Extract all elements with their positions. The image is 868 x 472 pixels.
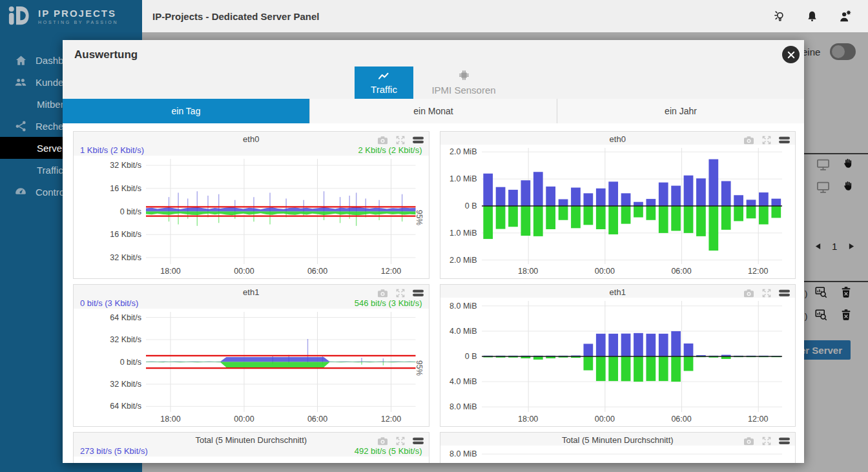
- snapshot-camera-icon[interactable]: [377, 136, 388, 145]
- chart-menu-icon[interactable]: [779, 437, 790, 445]
- fullscreen-expand-icon[interactable]: [395, 436, 406, 446]
- chart-toolbar: [377, 436, 424, 446]
- traffic-analysis-icon[interactable]: [815, 286, 827, 298]
- chart-menu-icon[interactable]: [779, 136, 790, 144]
- subtab-ein-tag[interactable]: ein Tag: [63, 99, 310, 123]
- home-icon: [14, 54, 27, 67]
- snapshot-camera-icon[interactable]: [743, 436, 754, 446]
- chart-title: Total (5 Minuten Durchschnitt): [440, 435, 796, 446]
- chart-menu-icon[interactable]: [413, 136, 424, 144]
- hand-stop-icon[interactable]: [842, 180, 853, 192]
- top-bar: IP PROJECTS HOSTING BY PASSION IP-Projec…: [0, 0, 868, 32]
- chart-body: 64 Kbit/s32 Kbit/s0 bit/s32 Kbit/s64 Kbi…: [74, 309, 429, 426]
- x-tick-label: 12:00: [748, 415, 768, 424]
- y-tick-label: 8.0 MiB: [450, 302, 477, 311]
- snapshot-camera-icon[interactable]: [743, 289, 754, 298]
- chart-menu-icon[interactable]: [413, 437, 424, 445]
- toggle-label: eine: [802, 46, 820, 57]
- traffic-analysis-icon[interactable]: [815, 309, 827, 321]
- app-logo[interactable]: IP PROJECTS HOSTING BY PASSION: [0, 0, 142, 32]
- chart-canvas[interactable]: [146, 460, 416, 463]
- delete-trash-icon[interactable]: [841, 286, 851, 298]
- sidebar-item-label: Server: [37, 143, 65, 154]
- subtab-ein-jahr[interactable]: ein Jahr: [557, 99, 804, 123]
- chart-header: eth10 bit/s (3 Kbit/s)546 bit/s (3 Kbit/…: [74, 285, 429, 309]
- y-tick-label: 32 Kbit/s: [110, 253, 141, 262]
- plot-wrap: 18:0000:0006:0012:00: [482, 299, 783, 426]
- x-axis-labels: 18:0000:0006:0012:00: [482, 267, 783, 277]
- percentile-95-label: 95%: [415, 360, 424, 376]
- snapshot-camera-icon[interactable]: [377, 436, 388, 446]
- subtab-ein-monat[interactable]: ein Monat: [310, 99, 557, 123]
- plot-wrap: 18:0000:0006:0012:00: [482, 146, 783, 278]
- snapshot-camera-icon[interactable]: [743, 136, 754, 145]
- y-tick-label: 1.0 MiB: [450, 229, 477, 238]
- snapshot-camera-icon[interactable]: [377, 289, 388, 298]
- inbound-stat: 273 bit/s (5 Kbit/s): [80, 446, 148, 457]
- chart-canvas[interactable]: [146, 312, 416, 412]
- monitor-icon[interactable]: [816, 159, 830, 171]
- pagination-prev-icon[interactable]: [815, 243, 821, 250]
- chart-panel-1: eth02.0 MiB1.0 MiB0 B1.0 MiB2.0 MiB18:00…: [440, 131, 796, 279]
- chart-canvas[interactable]: [482, 301, 783, 412]
- chart-stats: 273 bit/s (5 Kbit/s)492 bit/s (5 Kbit/s): [74, 446, 429, 457]
- clipped-text-fragment: ): [805, 289, 807, 298]
- chart-toolbar: [743, 135, 790, 145]
- chart-panel-4: Total (5 Minuten Durchschnitt)273 bit/s …: [73, 432, 429, 463]
- chart-menu-icon[interactable]: [413, 289, 424, 297]
- y-tick-label: 0 B: [465, 201, 477, 210]
- x-tick-label: 00:00: [234, 267, 254, 276]
- fullscreen-expand-icon[interactable]: [761, 436, 772, 446]
- fullscreen-expand-icon[interactable]: [395, 288, 406, 298]
- line-chart-icon: [378, 71, 390, 82]
- chart-body: 8.0 MiB4.0 MiB0 B4.0 MiB8.0 MiB18:0000:0…: [440, 298, 796, 426]
- chart-stats: 0 bit/s (3 Kbit/s)546 bit/s (3 Kbit/s): [74, 298, 429, 309]
- monitor-icon[interactable]: [816, 181, 830, 194]
- chart-title: Total (5 Minuten Durchschnitt): [74, 435, 429, 446]
- user-settings-icon[interactable]: [838, 9, 852, 23]
- page-title: IP-Projects - Dedicated Server Panel: [152, 11, 319, 22]
- tab-traffic[interactable]: Traffic: [355, 67, 413, 99]
- fullscreen-expand-icon[interactable]: [395, 135, 406, 145]
- chart-toolbar: [743, 288, 790, 298]
- pagination-next-icon[interactable]: [849, 243, 854, 250]
- modal-tab-bar: Traffic IPMI Sensoren: [355, 67, 514, 99]
- y-tick-label: 0 bit/s: [120, 207, 141, 216]
- clipped-text-fragment: ): [805, 311, 807, 321]
- plot-wrap: [146, 458, 416, 463]
- idea-bulb-icon[interactable]: [772, 10, 786, 23]
- chart-toolbar: [743, 436, 790, 446]
- x-axis-labels: 18:0000:0006:0012:00: [146, 267, 416, 277]
- pagination-page-number: 1: [832, 241, 837, 252]
- x-tick-label: 12:00: [381, 267, 401, 276]
- close-icon: [787, 51, 795, 59]
- x-tick-label: 00:00: [595, 415, 615, 424]
- chart-title: eth0: [440, 134, 796, 145]
- chart-menu-icon[interactable]: [779, 289, 790, 297]
- x-tick-label: 18:00: [518, 267, 538, 276]
- outbound-stat: 2 Kbit/s (2 Kbit/s): [358, 145, 422, 156]
- y-tick-label: 4.0 MiB: [450, 327, 477, 336]
- chart-toolbar: [377, 135, 424, 145]
- x-axis-labels: 18:0000:0006:0012:00: [482, 415, 783, 425]
- outbound-stat: 492 bit/s (5 Kbit/s): [355, 446, 422, 457]
- hand-stop-icon[interactable]: [842, 157, 853, 170]
- chart-canvas[interactable]: [482, 449, 783, 463]
- modal-close-button[interactable]: [782, 46, 800, 63]
- x-tick-label: 18:00: [518, 415, 538, 424]
- chart-title: eth1: [74, 287, 429, 298]
- chip-icon: [459, 70, 470, 83]
- fullscreen-expand-icon[interactable]: [761, 135, 772, 145]
- outbound-stat: 546 bit/s (3 Kbit/s): [355, 298, 422, 309]
- tab-ipmi-sensoren[interactable]: IPMI Sensoren: [413, 67, 514, 99]
- delete-trash-icon[interactable]: [841, 309, 851, 320]
- fullscreen-expand-icon[interactable]: [761, 288, 772, 298]
- y-axis-labels: [74, 457, 146, 463]
- x-tick-label: 12:00: [748, 267, 768, 276]
- chart-canvas[interactable]: [146, 159, 416, 264]
- notifications-bell-icon[interactable]: [805, 10, 819, 23]
- chart-canvas[interactable]: [482, 148, 783, 264]
- y-tick-label: 4.0 MiB: [450, 377, 477, 386]
- background-toggle-switch[interactable]: [830, 43, 856, 60]
- y-tick-label: 32 Kbit/s: [110, 335, 141, 344]
